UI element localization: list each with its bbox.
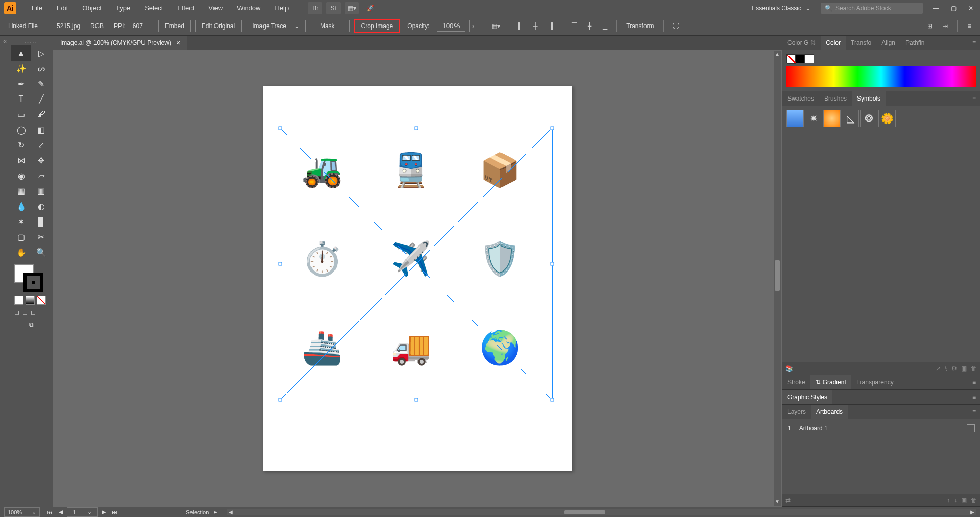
eyedropper-tool[interactable]: 💧 [11, 199, 31, 214]
symbol-library-icon[interactable]: 📚 [785, 365, 793, 372]
zoom-dropdown[interactable]: 100% ⌄ [4, 507, 40, 517]
align-hcenter-icon[interactable]: ┼ [530, 20, 541, 32]
tab-gradient[interactable]: ⇅Gradient [810, 375, 851, 389]
scroll-right-arrow-icon[interactable]: ▶ [969, 509, 976, 515]
white-swatch[interactable] [805, 54, 814, 63]
symbol-3[interactable] [823, 110, 841, 127]
menu-object[interactable]: Object [75, 1, 109, 15]
artboard-orientation-icon[interactable] [967, 424, 975, 432]
tab-color-guide[interactable]: Color G⇅ [782, 36, 821, 50]
symbol-5[interactable]: ❂ [860, 110, 877, 127]
scroll-down-arrow-icon[interactable]: ▼ [774, 499, 781, 506]
shape-builder-tool[interactable]: ◉ [11, 168, 31, 183]
align-left-icon[interactable]: ▌ [514, 20, 525, 32]
move-artboard-down-icon[interactable]: ↓ [954, 497, 957, 504]
rearrange-artboards-icon[interactable]: ⇄ [785, 497, 791, 504]
handle-br[interactable] [550, 398, 554, 402]
artboard-tool[interactable]: ▢ [11, 229, 31, 244]
symbol-6[interactable]: 🌼 [878, 110, 896, 127]
bridge-icon[interactable]: Br [308, 2, 322, 14]
ctrl-extra-2-icon[interactable]: ⇥ [940, 20, 951, 32]
menu-select[interactable]: Select [137, 1, 170, 15]
none-swatch-icon[interactable] [786, 54, 796, 63]
move-artboard-up-icon[interactable]: ↑ [947, 497, 950, 504]
blend-tool[interactable]: ◐ [31, 199, 51, 214]
linked-file-label[interactable]: Linked File [5, 22, 41, 30]
artboard[interactable]: 🚜 🚆 📦 ⏱️ ✈️ 🛡️ 🚢 🚚 🌍 [263, 86, 572, 471]
opacity-dropdown[interactable]: › [469, 20, 477, 32]
break-link-icon[interactable]: ⧷ [945, 365, 947, 372]
align-vcenter-icon[interactable]: ╋ [584, 20, 595, 32]
draw-behind-icon[interactable]: ◻ [22, 309, 28, 316]
tab-transform[interactable]: Transfo [846, 36, 876, 50]
window-maximize-button[interactable]: ▢ [948, 5, 959, 12]
vertical-scroll-thumb[interactable] [775, 260, 780, 291]
color-panel-menu-icon[interactable]: ≡ [968, 39, 980, 46]
transform-label[interactable]: Transform [623, 22, 657, 30]
handle-ml[interactable] [278, 262, 282, 266]
transform-reference-icon[interactable]: ▦▾ [490, 20, 501, 32]
color-spectrum[interactable] [786, 66, 976, 87]
menu-view[interactable]: View [201, 1, 230, 15]
slice-tool[interactable]: ✂ [31, 229, 51, 244]
handle-tl[interactable] [278, 127, 282, 130]
search-stock-input[interactable]: 🔍 Search Adobe Stock [821, 3, 923, 14]
gradient-mode-swatch[interactable] [26, 296, 35, 305]
arrange-docs-icon[interactable]: ▦▾ [345, 2, 359, 14]
nav-first-icon[interactable]: ⏮ [45, 509, 55, 515]
artboard-index-dropdown[interactable]: 1⌄ [67, 507, 98, 517]
type-tool[interactable]: T [11, 91, 31, 107]
selection-bounding-box[interactable] [280, 128, 553, 400]
handle-tr[interactable] [550, 127, 554, 130]
nav-last-icon[interactable]: ⏭ [110, 509, 119, 515]
horizontal-scrollbar[interactable]: ◀ ▶ [227, 509, 976, 515]
handle-bc[interactable] [414, 398, 418, 402]
horizontal-scroll-thumb[interactable] [564, 510, 605, 514]
zoom-tool[interactable]: 🔍 [31, 244, 51, 260]
status-mode-dropdown-icon[interactable]: ▸ [214, 509, 217, 515]
none-mode-swatch[interactable] [37, 296, 46, 305]
gpu-icon[interactable]: 🚀 [363, 2, 377, 14]
shaper-tool[interactable]: ◯ [11, 122, 31, 137]
width-tool[interactable]: ⋈ [11, 153, 31, 168]
lasso-tool[interactable]: ᔕ [31, 61, 51, 76]
delete-symbol-icon[interactable]: 🗑 [971, 365, 977, 372]
mask-button[interactable]: Mask [305, 20, 350, 32]
menu-file[interactable]: File [25, 1, 50, 15]
eraser-tool[interactable]: ◧ [31, 122, 51, 137]
magic-wand-tool[interactable]: ✨ [11, 61, 31, 76]
menu-edit[interactable]: Edit [50, 1, 75, 15]
perspective-tool[interactable]: ▱ [31, 168, 51, 183]
free-transform-tool[interactable]: ✥ [31, 153, 51, 168]
handle-tc[interactable] [414, 127, 418, 130]
image-trace-button[interactable]: Image Trace [246, 20, 293, 32]
screen-mode-button[interactable]: ⧉ [11, 318, 52, 331]
align-bottom-icon[interactable]: ▁ [599, 20, 610, 32]
draw-normal-icon[interactable]: ◻ [14, 309, 19, 316]
tab-transparency[interactable]: Transparency [851, 375, 899, 389]
tab-stroke[interactable]: Stroke [782, 375, 810, 389]
edit-original-button[interactable]: Edit Original [195, 20, 242, 32]
color-mode-swatch[interactable] [14, 296, 23, 305]
line-tool[interactable]: ╱ [31, 91, 51, 107]
window-minimize-button[interactable]: — [931, 5, 941, 12]
tab-swatches[interactable]: Swatches [782, 91, 819, 106]
menu-window[interactable]: Window [230, 1, 268, 15]
tab-pathfinder[interactable]: Pathfin [900, 36, 929, 50]
tab-brushes[interactable]: Brushes [819, 91, 852, 106]
symbols-panel-menu-icon[interactable]: ≡ [968, 95, 980, 102]
symbol-2[interactable]: ✷ [805, 110, 822, 127]
symbol-options-icon[interactable]: ⚙ [951, 365, 957, 372]
tab-color[interactable]: Color [821, 36, 846, 50]
draw-inside-icon[interactable]: ◻ [31, 309, 36, 316]
symbol-4[interactable]: ◺ [842, 110, 859, 127]
tab-layers[interactable]: Layers [782, 405, 811, 419]
tab-graphic-styles[interactable]: Graphic Styles [782, 390, 832, 404]
align-right-icon[interactable]: ▐ [545, 20, 556, 32]
menu-help[interactable]: Help [268, 1, 296, 15]
opacity-label[interactable]: Opacity: [404, 22, 433, 30]
curvature-tool[interactable]: ✎ [31, 76, 51, 91]
artboards-panel-menu-icon[interactable]: ≡ [968, 408, 980, 415]
nav-prev-icon[interactable]: ◀ [57, 509, 65, 515]
handle-mr[interactable] [550, 262, 554, 266]
